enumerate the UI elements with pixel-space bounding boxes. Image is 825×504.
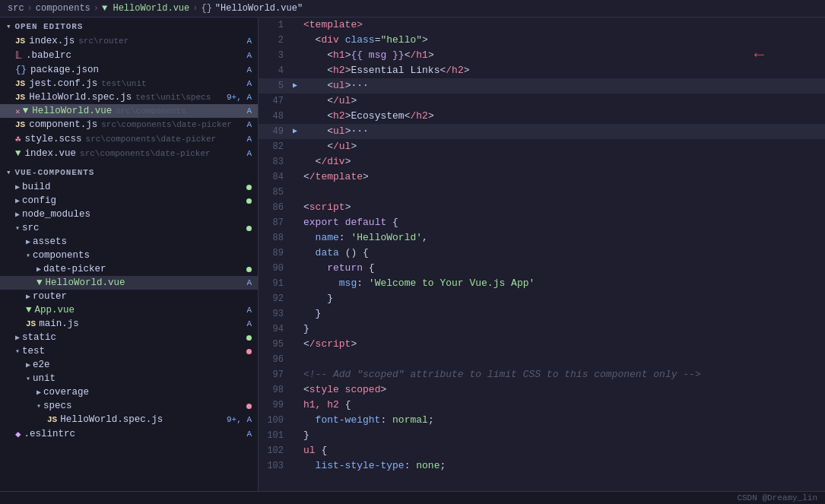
open-editor-helloworld-vue[interactable]: ✕ ▼ HelloWorld.vue src\components A (0, 104, 258, 118)
code-line-48: 48 <h2>Ecosystem</h2> (259, 109, 825, 124)
code-line-92: 92 } (259, 291, 825, 306)
tree-build[interactable]: ▶ build (0, 180, 258, 194)
code-line-85: 85 (259, 185, 825, 200)
code-line-95: 95 </script> (259, 337, 825, 352)
vue-icon: ▼ (23, 106, 29, 116)
tree-helloworld-spec-js[interactable]: JS HelloWorld.spec.js 9+, A (0, 413, 258, 426)
code-line-100: 100 font-weight: normal; (259, 413, 825, 428)
open-editor-style-scss[interactable]: ☘ style.scss src\components\date-picker … (0, 132, 258, 147)
code-line-88: 88 name: 'HelloWorld', (259, 230, 825, 246)
file-name: HelloWorld.spec.js (29, 92, 132, 103)
file-name: component.js (29, 119, 97, 130)
tree-assets[interactable]: ▶ assets (0, 235, 258, 249)
code-line-94: 94 } (259, 322, 825, 337)
tree-date-picker[interactable]: ▶ date-picker (0, 262, 258, 276)
code-line-96: 96 (259, 352, 825, 367)
status-dot (246, 226, 252, 231)
code-line-87: 87 export default { (259, 215, 825, 230)
code-line-102: 102 ul { (259, 443, 825, 458)
vue-icon: ▼ (36, 277, 43, 288)
file-name: index.js (29, 36, 75, 46)
tree-node-modules[interactable]: ▶ node_modules (0, 208, 258, 221)
open-editor-babelrc[interactable]: 𝕃 .babelrc A (0, 48, 258, 63)
status-dot (246, 335, 252, 341)
file-name: index.vue (25, 148, 77, 159)
vue-components-header[interactable]: ▾ VUE-COMPONENTS (0, 163, 258, 180)
close-icon[interactable]: ✕ (15, 106, 21, 116)
breadcrumb-obj: {} (201, 3, 211, 14)
breadcrumb-quoted: "HelloWorld.vue" (215, 3, 303, 14)
js-icon: JS (15, 93, 25, 102)
code-line-49: 49 ▶ <ul>··· (259, 124, 825, 139)
js-icon: JS (15, 79, 25, 88)
eslint-icon: ◆ (15, 428, 21, 440)
code-line-99: 99 h1, h2 { (259, 398, 825, 413)
open-editor-index-vue[interactable]: ▼ index.vue src\components\date-picker A (0, 147, 258, 160)
code-line-98: 98 <style scoped> (259, 382, 825, 398)
file-name: style.scss (25, 134, 82, 144)
open-editors-label: OPEN EDITORS (15, 22, 84, 31)
sidebar: ▾ OPEN EDITORS JS index.js src\router A … (0, 17, 259, 491)
code-line-89: 89 data () { (259, 246, 825, 261)
watermark: CSDN @Dreamy_lin (737, 493, 817, 502)
open-editor-package-json[interactable]: {} package.json A (0, 63, 258, 77)
annotation-arrow: ← (754, 48, 764, 63)
status-dot (246, 185, 252, 190)
vue-icon: ▼ (15, 148, 21, 159)
chevron-down-icon: ▾ (6, 167, 12, 177)
open-editor-index-js[interactable]: JS index.js src\router A (0, 34, 258, 48)
code-line-47: 47 </ul> (259, 94, 825, 109)
sep2: › (94, 3, 99, 14)
status-dot (246, 404, 252, 409)
breadcrumb: src › components › ▼ HelloWorld.vue › {}… (0, 0, 825, 17)
tree-main-js[interactable]: JS main.js A (0, 317, 258, 331)
file-name: .babelrc (26, 50, 71, 61)
breadcrumb-file[interactable]: ▼ HelloWorld.vue (102, 3, 189, 14)
tree-helloworld-vue[interactable]: ▼ HelloWorld.vue A (0, 276, 258, 290)
breadcrumb-src[interactable]: src (8, 3, 24, 14)
tree-router[interactable]: ▶ router (0, 290, 258, 303)
status-dot (246, 267, 252, 272)
open-editors-header[interactable]: ▾ OPEN EDITORS (0, 17, 258, 34)
code-line-84: 84 </template> (259, 170, 825, 185)
file-name: package.json (30, 65, 99, 75)
code-line-86: 86 <script> (259, 200, 825, 215)
tree-config[interactable]: ▶ config (0, 194, 258, 208)
code-line-4: 4 <h2>Essential Links</h2> (259, 63, 825, 78)
open-editor-component-js[interactable]: JS component.js src\components\date-pick… (0, 118, 258, 132)
code-line-101: 101 } (259, 428, 825, 443)
tree-src[interactable]: ▾ src (0, 221, 258, 235)
vue-components-label: VUE-COMPONENTS (15, 168, 95, 177)
code-line-82: 82 </ul> (259, 139, 825, 154)
breadcrumb-components[interactable]: components (36, 3, 90, 14)
code-line-97: 97 <!-- Add "scoped" attribute to limit … (259, 367, 825, 382)
tree-specs[interactable]: ▾ specs (0, 399, 258, 413)
tree-test[interactable]: ▾ test (0, 344, 258, 358)
code-line-3: 3 <h1>{{ msg }}</h1> ← (259, 48, 825, 63)
code-line-83: 83 </div> (259, 154, 825, 170)
tree-eslintrc[interactable]: ◆ .eslintrc A (0, 426, 258, 442)
open-editor-helloworld-spec[interactable]: JS HelloWorld.spec.js test\unit\specs 9+… (0, 90, 258, 104)
code-line-93: 93 } (259, 306, 825, 322)
tree-app-vue[interactable]: ▼ App.vue A (0, 303, 258, 317)
tree-components[interactable]: ▾ components (0, 249, 258, 262)
code-line-2: 2 <div class="hello"> (259, 33, 825, 48)
sep3: › (192, 3, 198, 14)
code-line-103: 103 list-style-type: none; (259, 458, 825, 474)
js-icon: JS (26, 319, 36, 328)
js-icon: JS (47, 415, 57, 424)
code-line-90: 90 return { (259, 261, 825, 276)
scss-icon: ☘ (15, 133, 21, 145)
code-editor[interactable]: 1 <template> 2 <div class="hello"> 3 <h1… (259, 17, 825, 491)
vue-icon: ▼ (26, 305, 32, 315)
tree-e2e[interactable]: ▶ e2e (0, 358, 258, 372)
open-editor-jest-conf[interactable]: JS jest.conf.js test\unit A (0, 77, 258, 90)
code-line-1: 1 <template> (259, 17, 825, 33)
tree-coverage[interactable]: ▶ coverage (0, 385, 258, 399)
sep1: › (27, 3, 33, 14)
status-dot (246, 198, 252, 204)
tree-unit[interactable]: ▾ unit (0, 372, 258, 385)
file-name: jest.conf.js (29, 78, 97, 89)
tree-static[interactable]: ▶ static (0, 331, 258, 344)
file-name: HelloWorld.vue (32, 106, 112, 116)
